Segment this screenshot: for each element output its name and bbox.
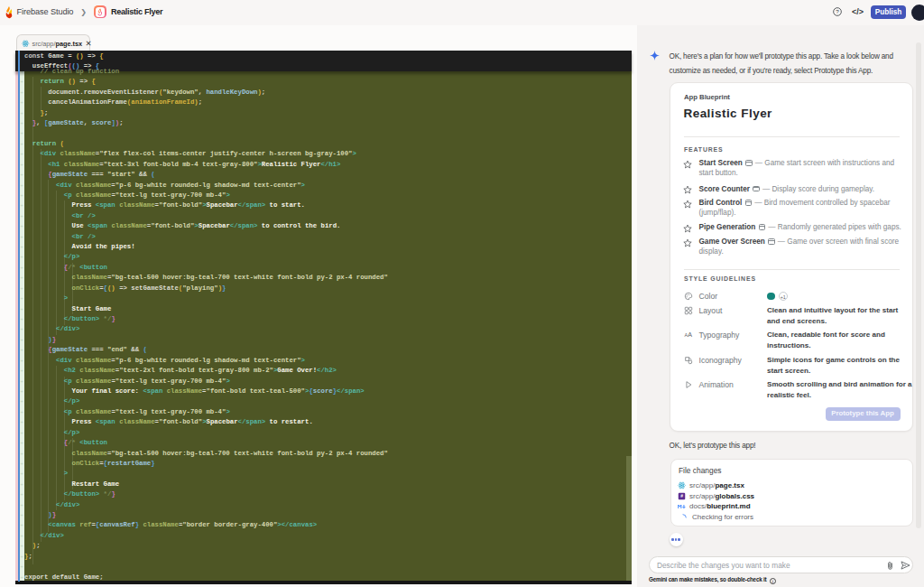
svg-text:?: ? [836,8,839,14]
svg-text:A: A [688,331,692,339]
svg-text:#: # [680,494,683,498]
